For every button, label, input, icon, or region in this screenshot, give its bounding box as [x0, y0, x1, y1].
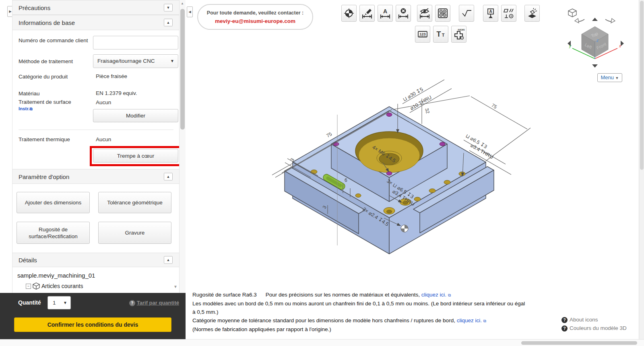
geometric-tolerance-tool-button[interactable]: [501, 5, 516, 22]
model-colors-link[interactable]: ?Couleurs du modèle 3D: [561, 324, 627, 332]
confirm-quote-button[interactable]: Confirmer les conditions du devis: [14, 317, 171, 332]
surface-roughness-tool-button[interactable]: [459, 5, 474, 22]
geometric-tolerance-button[interactable]: Tolérance géométrique: [98, 192, 171, 213]
chevron-up-icon[interactable]: ▲: [164, 19, 173, 27]
dim-6: 6: [345, 177, 347, 183]
surface-treatment-label: Traitement de surface: [19, 99, 71, 105]
section-title: Informations de base: [19, 19, 75, 26]
section-title: Paramètre d'option: [19, 173, 69, 180]
rotate-left-arrow[interactable]: [575, 19, 584, 23]
help-icon: ?: [561, 325, 568, 332]
view-cube-widget: Top Left Front y x z Menu ▼: [564, 3, 628, 84]
hole-marker-purple[interactable]: [386, 113, 392, 117]
tilt-up-arrow[interactable]: [592, 18, 598, 21]
instr-link[interactable]: Instr.: [19, 106, 29, 111]
counterbore-30[interactable]: [355, 132, 423, 173]
price-by-quantity-link[interactable]: ?Tarif par quantité: [129, 300, 179, 306]
view-cube[interactable]: Top Left Front: [582, 27, 608, 57]
origin-marker[interactable]: [401, 225, 408, 232]
section-title: Précautions: [19, 4, 50, 11]
quote-footer: Quantité 1 ▼ ?Tarif par quantité Confirm…: [0, 293, 186, 339]
chevron-down-icon[interactable]: ▼: [164, 4, 173, 11]
y-axis-label: y: [569, 44, 572, 48]
sidebar: ▶ Précautions ▼ Informations de base ▲ N…: [0, 0, 186, 346]
chevron-up-icon[interactable]: ▲: [164, 256, 173, 264]
scroll-down-icon[interactable]: ▼: [173, 284, 178, 289]
page-horizontal-scrollbar[interactable]: [0, 339, 644, 346]
scrollbar-thumb[interactable]: [521, 341, 637, 345]
external-link-icon: ⧉: [483, 319, 486, 323]
surface-treatment-value: Aucun: [96, 99, 111, 105]
hide-dimension-button[interactable]: [417, 5, 432, 22]
tree-item-current-articles[interactable]: − Articles courants: [26, 282, 83, 290]
quantity-select[interactable]: 1 ▼: [47, 296, 71, 309]
core-hardening-button[interactable]: Trempe à cœur: [93, 149, 178, 163]
engrave-tool-icon: [526, 8, 538, 19]
note-line-4: (Normes de fabrication appliquées par ra…: [192, 325, 526, 334]
datum-target-icon: [343, 8, 355, 19]
about-icons-link[interactable]: ?About icons: [561, 315, 627, 324]
quote-settings-panel: Précautions ▼ Informations de base ▲ Num…: [12, 0, 179, 293]
section-precautions: Précautions ▼: [12, 0, 179, 15]
text-dimension-button[interactable]: A: [378, 5, 393, 22]
view-menu-button[interactable]: Menu ▼: [597, 73, 622, 82]
method-select[interactable]: Fraisage/tournage CNC ▼: [93, 54, 178, 68]
dim-75-left: 75: [326, 131, 333, 139]
quantity-value: 1: [53, 300, 56, 306]
materials-info-link[interactable]: cliquez ici.: [421, 292, 446, 298]
svg-text:T: T: [442, 33, 445, 37]
chevron-down-icon: ▼: [170, 59, 174, 63]
datum-target-button[interactable]: [341, 5, 357, 22]
hole-marker-purple[interactable]: [386, 172, 392, 175]
text-size-button[interactable]: T T: [433, 26, 448, 43]
engraving-button[interactable]: Gravure: [98, 222, 171, 244]
dimension-values-icon: 123: [417, 29, 428, 40]
datum-feature-icon: A: [485, 8, 496, 19]
hole-group-button[interactable]: [435, 5, 450, 22]
rotate-east-arrow[interactable]: [621, 41, 624, 46]
expand-icon: ▶: [9, 10, 11, 13]
order-number-label: Numéro de commande client: [19, 37, 91, 44]
delete-dimension-icon: [398, 8, 409, 19]
model-file-name: sample.meviy_machining_01: [17, 272, 95, 279]
z-axis-label: z: [596, 38, 599, 43]
dimension-values-button[interactable]: 123: [415, 26, 430, 43]
chevron-down-icon: ▼: [615, 76, 619, 80]
scrollbar-thumb[interactable]: [640, 1, 644, 170]
viewer-area: ◀ Pour toute demande, veuillez contacter…: [186, 0, 644, 346]
scroll-up-icon[interactable]: ▲: [181, 2, 184, 5]
surface-roughness-icon: [461, 8, 472, 19]
surface-roughness-button[interactable]: Rugosité de surface/Rectification: [17, 222, 90, 244]
home-view-icon[interactable]: [568, 9, 576, 17]
hole-marker-purple[interactable]: [440, 142, 445, 146]
page-vertical-scrollbar[interactable]: [639, 0, 644, 346]
contact-email-link[interactable]: meviy-eu@misumi-europe.com: [198, 18, 312, 24]
help-links: ?About icons ?Couleurs du modèle 3D: [561, 315, 627, 332]
category-label: Catégorie du produit: [19, 73, 68, 80]
datum-feature-button[interactable]: A: [483, 5, 498, 22]
sidebar-scrollbar-thumb[interactable]: [180, 9, 185, 130]
hide-dimension-icon: [419, 8, 430, 19]
panel-collapse-handle[interactable]: ◀: [187, 6, 193, 17]
delete-dimension-button[interactable]: [396, 5, 411, 22]
sidebar-scrollbar[interactable]: ▲: [179, 0, 186, 293]
tree-collapse-icon[interactable]: −: [26, 284, 31, 289]
svg-text:T: T: [437, 30, 441, 38]
six-views-icon: 6VIEWS: [453, 28, 465, 40]
tilt-down-arrow[interactable]: [592, 64, 598, 68]
cad-3d-viewport[interactable]: 75 3 ⊔ ⌀30 ↧5 ⌀10 THRU 32 75 ⊔ ⌀6.5 ↧3 ⌀…: [186, 76, 588, 278]
engrave-tool-button[interactable]: [524, 5, 540, 22]
modify-button[interactable]: Modifier: [93, 109, 178, 122]
cube-icon: [32, 282, 40, 290]
rotate-right-arrow[interactable]: [605, 19, 615, 23]
add-dimensions-button[interactable]: Ajouter des dimensions: [17, 192, 90, 213]
chevron-down-icon: ▼: [63, 301, 67, 305]
six-views-button[interactable]: 6VIEWS: [451, 26, 466, 43]
note-line-1: Rugosité de surface Ra6.3 Pour des préci…: [192, 290, 526, 299]
edit-dimension-button[interactable]: [359, 5, 375, 22]
chevron-up-icon[interactable]: ▲: [164, 173, 173, 180]
tolerance-info-link[interactable]: cliquez ici.: [457, 317, 482, 323]
edit-dimension-icon: [361, 8, 373, 19]
section-basic-info: Informations de base ▲: [12, 15, 179, 30]
order-number-input[interactable]: [93, 36, 178, 49]
